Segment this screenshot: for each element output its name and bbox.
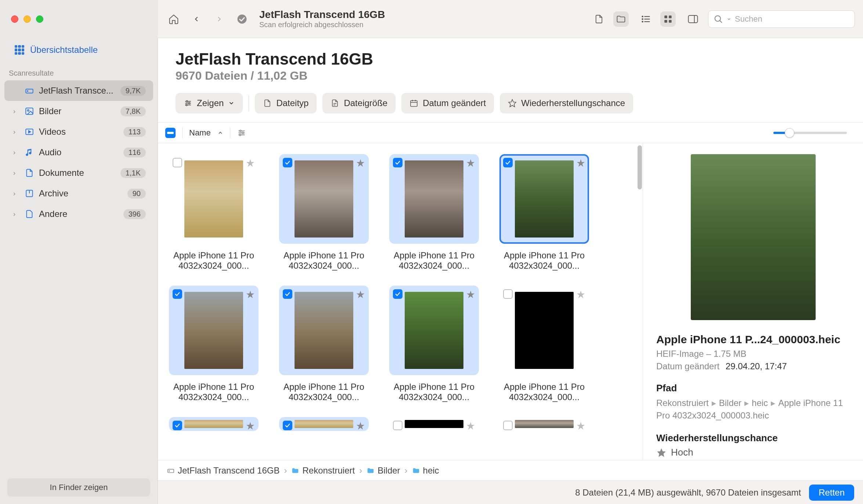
favorite-star[interactable]: ★ [246,157,255,169]
sidebar-item-label: Bilder [39,106,116,116]
thumbnail [184,420,243,428]
select-checkbox[interactable] [173,421,182,430]
sidebar-item-label: Dokumente [39,168,116,178]
sidebar-item-image[interactable]: ›Bilder7,8K [4,101,153,122]
filter-show[interactable]: Zeigen [176,93,243,113]
sidebar-item-count: 9,7K [120,86,146,96]
sidebar-item-audio[interactable]: ›Audio116 [4,142,153,163]
close-window[interactable] [11,15,18,23]
select-checkbox[interactable] [393,158,402,167]
favorite-star[interactable]: ★ [466,289,475,301]
drive-icon [167,467,175,475]
select-checkbox[interactable] [503,289,513,299]
show-in-finder-button[interactable]: In Finder zeigen [7,478,150,497]
sidebar-item-archive[interactable]: ›Archive90 [4,183,153,204]
search-icon [714,14,723,24]
breadcrumb-segment[interactable]: Bilder [366,465,400,476]
scrollbar[interactable] [638,145,642,458]
favorite-star[interactable]: ★ [576,157,585,169]
sidebar-item-label: Videos [39,127,119,137]
svg-point-16 [27,91,28,91]
breadcrumb-segment[interactable]: JetFlash Transcend 16GB [167,465,279,476]
breadcrumb-segment[interactable]: Rekonstruiert [291,465,355,476]
list-view-icon[interactable] [638,11,654,27]
svg-marker-35 [509,99,516,107]
file-tile[interactable]: ★ [499,417,589,431]
file-tile[interactable]: ★Apple iPhone 11 Pro4032x3024_000... [389,286,479,402]
select-checkbox[interactable] [173,158,182,167]
select-checkbox[interactable] [393,421,402,430]
toolbar-subtitle: Scan erfolgreich abgeschlossen [259,21,385,29]
thumbnail-size-slider[interactable] [773,132,847,134]
toggle-inspector-icon[interactable] [685,11,701,27]
thumbnail [515,292,574,369]
file-tile[interactable]: ★ [389,417,479,431]
file-tile[interactable]: ★ [279,417,369,431]
star-icon [656,447,667,458]
favorite-star[interactable]: ★ [466,420,475,432]
column-settings-icon[interactable] [237,128,246,138]
sidebar-item-count: 1,1K [120,168,146,178]
chevron-right-icon: › [13,128,20,136]
column-name[interactable]: Name [189,128,211,138]
file-tile[interactable]: ★Apple iPhone 11 Pro4032x3024_000... [169,154,259,271]
filter-filetype[interactable]: Dateityp [255,93,317,113]
home-button[interactable] [166,11,181,27]
sidebar-item-document[interactable]: ›Dokumente1,1K [4,163,153,183]
overview-grid-icon [15,45,24,55]
thumbnail [295,292,353,369]
file-tile[interactable]: ★Apple iPhone 11 Pro4032x3024_000... [389,154,479,271]
minimize-window[interactable] [24,15,31,23]
breadcrumb-segment[interactable]: heic [412,465,439,476]
sort-asc-icon[interactable] [217,130,223,136]
favorite-star[interactable]: ★ [356,289,365,301]
chevron-down-icon[interactable] [727,17,731,21]
file-tile[interactable]: ★ [169,417,259,431]
file-label: Apple iPhone 11 Pro4032x3024_000... [279,382,369,402]
sidebar-item-count: 7,8K [120,106,146,116]
favorite-star[interactable]: ★ [356,420,365,432]
folder-icon [291,467,299,475]
favorite-star[interactable]: ★ [246,289,255,301]
favorite-star[interactable]: ★ [356,157,365,169]
other-icon [24,209,35,219]
search-field[interactable] [708,10,855,28]
filter-recovery-chance[interactable]: Wiederherstellungschance [500,93,633,113]
favorite-star[interactable]: ★ [466,157,475,169]
sidebar-item-label: Archive [39,188,123,199]
new-file-icon[interactable] [591,11,607,27]
favorite-star[interactable]: ★ [576,420,585,432]
favorite-star[interactable]: ★ [576,289,585,301]
file-grid: ★Apple iPhone 11 Pro4032x3024_000...★App… [158,143,643,460]
select-all-checkbox[interactable] [165,128,176,138]
favorite-star[interactable]: ★ [246,420,255,432]
file-tile[interactable]: ★Apple iPhone 11 Pro4032x3024_000... [499,154,589,271]
select-checkbox[interactable] [283,421,292,430]
sidebar-item-drive[interactable]: JetFlash Transce...9,7K [4,80,153,101]
file-label: Apple iPhone 11 Pro4032x3024_000... [169,382,259,402]
file-tile[interactable]: ★Apple iPhone 11 Pro4032x3024_000... [279,286,369,402]
file-tile[interactable]: ★Apple iPhone 11 Pro4032x3024_000... [169,286,259,402]
sliders-icon [184,99,192,108]
select-checkbox[interactable] [503,421,513,430]
folder-view-icon[interactable] [613,11,629,27]
filter-filesize[interactable]: Dateigröße [322,93,396,113]
filter-date-modified[interactable]: Datum geändert [401,93,494,113]
recover-button[interactable]: Retten [809,485,854,501]
sidebar-item-video[interactable]: ›Videos113 [4,122,153,142]
overview-label: Übersichtstabelle [30,45,98,55]
forward-button[interactable] [212,11,227,27]
file-tile[interactable]: ★Apple iPhone 11 Pro4032x3024_000... [499,286,589,402]
select-checkbox[interactable] [503,158,513,167]
select-checkbox[interactable] [393,289,402,299]
select-checkbox[interactable] [173,289,182,299]
file-tile[interactable]: ★Apple iPhone 11 Pro4032x3024_000... [279,154,369,271]
zoom-window[interactable] [36,15,43,23]
select-checkbox[interactable] [283,158,292,167]
grid-view-icon[interactable] [660,11,676,27]
select-checkbox[interactable] [283,289,292,299]
search-input[interactable] [735,14,849,24]
overview-table-link[interactable]: Übersichtstabelle [0,38,158,62]
sidebar-item-other[interactable]: ›Andere396 [4,204,153,224]
back-button[interactable] [189,11,204,27]
